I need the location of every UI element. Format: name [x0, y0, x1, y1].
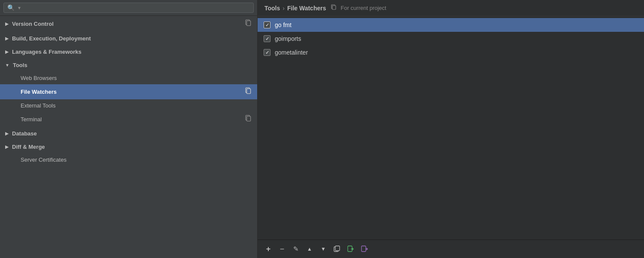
- toolbar: + − ✎ ▲ ▼: [258, 240, 644, 258]
- sidebar-item-database[interactable]: ▶ Database: [0, 127, 257, 140]
- svg-rect-3: [247, 89, 251, 93]
- sidebar-item-label: Languages & Frameworks: [12, 49, 82, 55]
- search-bar: 🔍 ▼: [0, 0, 257, 16]
- checkbox-go-fmt[interactable]: [264, 22, 270, 28]
- move-up-button[interactable]: ▲: [304, 243, 315, 255]
- sidebar-item-server-certificates[interactable]: Server Certificates: [0, 154, 257, 166]
- list-item[interactable]: go fmt: [258, 18, 644, 32]
- arrow-icon: ▶: [5, 49, 9, 54]
- sidebar-child-label: Server Certificates: [21, 157, 67, 163]
- sidebar-item-build-execution-deployment[interactable]: ▶ Build, Execution, Deployment: [0, 32, 257, 45]
- sidebar-item-web-browsers[interactable]: Web Browsers: [0, 72, 257, 84]
- copy-icon: [333, 245, 341, 253]
- arrow-icon: ▶: [5, 131, 9, 136]
- sidebar-item-terminal[interactable]: Terminal: [0, 112, 257, 127]
- sidebar-child-label: External Tools: [21, 102, 55, 109]
- sidebar-item-label: Version Control: [12, 21, 54, 27]
- page-icon: [244, 19, 252, 28]
- file-watchers-list: go fmt goimports gometalinter: [258, 16, 644, 240]
- breadcrumb-separator: ›: [283, 5, 285, 12]
- arrow-icon: ▶: [5, 36, 9, 41]
- page-icon: [244, 115, 252, 124]
- breadcrumb-parent: Tools: [264, 5, 280, 12]
- breadcrumb-current: File Watchers: [287, 5, 326, 12]
- settings-sidebar: 🔍 ▼ ▶ Version Control ▶ Build, Execution…: [0, 0, 258, 258]
- sidebar-item-label: Database: [12, 130, 37, 137]
- search-icon: 🔍: [7, 4, 15, 11]
- list-item[interactable]: gometalinter: [258, 46, 644, 59]
- item-label: goimports: [275, 35, 301, 42]
- sidebar-item-languages-frameworks[interactable]: ▶ Languages & Frameworks: [0, 45, 257, 58]
- list-item[interactable]: goimports: [258, 32, 644, 46]
- arrow-icon: ▶: [5, 144, 9, 149]
- sidebar-item-tools[interactable]: ▼ Tools: [0, 58, 257, 72]
- sidebar-child-label: File Watchers: [21, 89, 57, 95]
- sidebar-item-label: Diff & Merge: [12, 144, 45, 150]
- edit-button[interactable]: ✎: [290, 243, 301, 255]
- move-down-button[interactable]: ▼: [318, 243, 329, 255]
- page-icon: [331, 4, 338, 12]
- main-panel: Tools › File Watchers For current projec…: [258, 0, 644, 258]
- sidebar-child-label: Terminal: [21, 116, 42, 123]
- sidebar-item-diff-merge[interactable]: ▶ Diff & Merge: [0, 140, 257, 154]
- svg-rect-1: [247, 21, 251, 25]
- sidebar-item-version-control[interactable]: ▶ Version Control: [0, 16, 257, 32]
- import-button[interactable]: [345, 243, 356, 255]
- import-icon: [347, 245, 355, 253]
- remove-button[interactable]: −: [276, 243, 288, 255]
- item-label: go fmt: [275, 22, 292, 28]
- svg-rect-5: [247, 116, 251, 121]
- copy-button[interactable]: [331, 243, 343, 255]
- add-button[interactable]: +: [263, 243, 274, 255]
- sidebar-item-external-tools[interactable]: External Tools: [0, 99, 257, 112]
- sidebar-item-label: Build, Execution, Deployment: [12, 35, 91, 42]
- arrow-icon: ▶: [5, 22, 9, 26]
- svg-rect-11: [361, 246, 366, 252]
- checkbox-gometalinter[interactable]: [264, 49, 270, 56]
- svg-rect-7: [332, 6, 336, 9]
- sidebar-item-file-watchers[interactable]: File Watchers: [0, 84, 257, 99]
- checkbox-goimports[interactable]: [264, 35, 270, 42]
- breadcrumb-note: For current project: [340, 5, 386, 11]
- item-label: gometalinter: [275, 49, 308, 56]
- search-dropdown-arrow[interactable]: ▼: [17, 6, 21, 10]
- svg-rect-9: [335, 246, 340, 251]
- export-icon: [361, 245, 368, 253]
- sidebar-child-label: Web Browsers: [21, 75, 57, 81]
- breadcrumb: Tools › File Watchers For current projec…: [258, 0, 644, 16]
- arrow-icon: ▼: [5, 63, 9, 68]
- page-icon: [244, 87, 252, 96]
- sidebar-item-label: Tools: [13, 62, 27, 68]
- export-button[interactable]: [359, 243, 370, 255]
